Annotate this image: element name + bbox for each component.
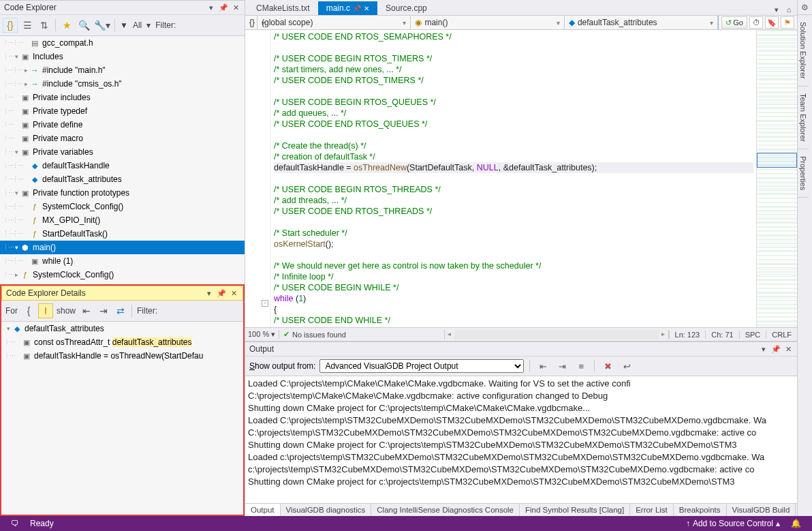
tree-item[interactable]: ⋮⋯▾▣Private function prototypes xyxy=(0,186,245,200)
output-toolbar: Show output from: Advanced VisualGDB Pro… xyxy=(245,356,797,376)
nav-scope-icon[interactable]: {} xyxy=(245,16,257,29)
tree-item[interactable]: ⋮⋯▾⬢main() xyxy=(0,241,245,254)
close-icon[interactable]: ✕ xyxy=(231,3,240,12)
indent-right-icon[interactable]: ⇥ xyxy=(96,303,111,318)
dropdown-icon[interactable]: ▾ xyxy=(204,288,214,298)
dropdown-icon[interactable]: ▾ xyxy=(759,344,768,354)
tree-item[interactable]: ⋮⋯⋮⋯▸→#include "main.h" xyxy=(0,63,245,77)
gear-icon[interactable]: ⚙ xyxy=(798,0,812,15)
group-by-icon[interactable]: {} xyxy=(3,18,18,33)
align-left-icon[interactable]: ≡ xyxy=(574,359,589,374)
minimap[interactable] xyxy=(756,30,797,327)
details-tree[interactable]: ▾◆defaultTask_attributes⋮⋯▣const osThrea… xyxy=(1,322,243,515)
tool-window-tab[interactable]: Properties xyxy=(798,149,809,198)
filter-input[interactable] xyxy=(179,19,234,31)
code-editor[interactable]: − /* USER CODE END RTOS_SEMAPHORES */ /*… xyxy=(245,30,797,327)
issues-status[interactable]: ✔No issues found xyxy=(279,330,444,339)
tree-item[interactable]: ⋮⋯▣Private typedef xyxy=(0,104,245,118)
go-button[interactable]: ↺Go xyxy=(721,16,747,29)
tree-item[interactable]: ⋮⋯⋮⋯◆defaultTask_attributes xyxy=(0,172,245,186)
nav-bar: {} (global scope) ◉main() ◆defaultTask_a… xyxy=(245,15,797,30)
output-tab[interactable]: Clang IntelliSense Diagnostics Console xyxy=(371,504,520,516)
details-filter-input[interactable] xyxy=(161,305,215,317)
tree-item[interactable]: ⋮⋯▣const osThreadAttr_t defaultTask_attr… xyxy=(1,335,243,349)
indent-mode[interactable]: SPC xyxy=(739,331,766,339)
search-icon[interactable]: 🔍 xyxy=(76,18,91,33)
tree-item[interactable]: ⋮⋯▾▣Private variables xyxy=(0,145,245,159)
tree-item[interactable]: ⋮⋯▸ƒSystemClock_Config() xyxy=(0,268,245,282)
tree-item[interactable]: ⋮⋯⋮⋯▣while (1) xyxy=(0,254,245,268)
pin-icon[interactable]: 📌 xyxy=(219,3,228,12)
feedback-icon[interactable]: 🗨 xyxy=(5,519,25,528)
tool-window-tab[interactable]: Solution Explorer xyxy=(798,15,809,87)
tree-item[interactable]: ⋮⋯⋮⋯◆defaultTaskHandle xyxy=(0,159,245,172)
code-explorer-title: Code Explorer ▾ 📌 ✕ xyxy=(0,0,245,15)
tree-item[interactable]: ⋮⋯▣Private includes xyxy=(0,91,245,104)
output-tab[interactable]: VisualGDB diagnostics xyxy=(281,504,372,516)
output-tab[interactable]: Breakpoints xyxy=(674,504,727,516)
details-for-label: For xyxy=(4,306,19,316)
tree-item[interactable]: ⋮⋯▣Private macro xyxy=(0,132,245,145)
details-title: Code Explorer Details ▾ 📌 ✕ xyxy=(1,286,243,301)
notifications-icon[interactable]: 🔔 xyxy=(785,519,807,528)
tree-item[interactable]: ▾◆defaultTask_attributes xyxy=(1,322,243,335)
tree-item[interactable]: ⋮⋯▣Private define xyxy=(0,118,245,132)
dropdown-icon[interactable]: ▾ xyxy=(206,3,216,12)
sort-icon[interactable]: ⇅ xyxy=(37,18,52,33)
text-cursor-icon[interactable]: I xyxy=(38,303,53,318)
filter-all-label[interactable]: All xyxy=(131,20,143,30)
cursor-char[interactable]: Ch: 71 xyxy=(705,331,738,339)
details-show-label: show xyxy=(55,306,77,316)
wrench-icon[interactable]: 🔧▾ xyxy=(93,18,111,33)
list-icon[interactable]: ☰ xyxy=(20,18,35,33)
tool-window-tab[interactable]: Team Explorer xyxy=(798,87,809,149)
toggle-wrap-icon[interactable]: ↩ xyxy=(619,359,634,374)
document-tab[interactable]: main.c📌✕ xyxy=(318,1,377,15)
output-source-select[interactable]: Advanced VisualGDB Project Output xyxy=(319,359,524,373)
tree-item[interactable]: ⋮⋯▾▣Includes xyxy=(0,50,245,63)
tab-overflow-icon[interactable]: ▾ xyxy=(771,4,782,15)
output-tab[interactable]: Output xyxy=(245,504,281,516)
add-source-control[interactable]: ↑ Add to Source Control ▴ xyxy=(681,519,785,528)
close-icon[interactable]: ✕ xyxy=(783,344,793,354)
flag-icon[interactable]: ⚑ xyxy=(781,16,794,29)
pin-icon[interactable]: 📌 xyxy=(771,344,781,354)
output-title-text: Output xyxy=(249,344,274,354)
output-text[interactable]: Loaded C:\projects\temp\CMake\CMake\CMak… xyxy=(245,376,797,503)
history-back-icon[interactable]: ⏱ xyxy=(749,16,763,29)
horizontal-scrollbar[interactable] xyxy=(444,330,669,339)
editor-status-bar: 100 % ▾ ✔No issues found Ln: 123 Ch: 71 … xyxy=(245,327,797,341)
nav-go-group: ↺Go ⏱ 🔖 ⚑ xyxy=(718,16,797,29)
tree-item[interactable]: ⋮⋯⋮⋯ƒMX_GPIO_Init() xyxy=(0,213,245,227)
output-tab[interactable]: Error List xyxy=(630,504,674,516)
bookmark-icon[interactable]: 🔖 xyxy=(765,16,779,29)
code-explorer-tree[interactable]: ⋮⋯⋮⋯▤gcc_compat.h⋮⋯▾▣Includes⋮⋯⋮⋯▸→#incl… xyxy=(0,36,245,284)
indent-right-icon[interactable]: ⇥ xyxy=(555,359,569,374)
tree-item[interactable]: ⋮⋯⋮⋯▤gcc_compat.h xyxy=(0,36,245,50)
swap-icon[interactable]: ⇄ xyxy=(113,303,128,318)
tree-item[interactable]: ⋮⋯⋮⋯ƒSystemClock_Config() xyxy=(0,200,245,213)
cursor-line[interactable]: Ln: 123 xyxy=(669,331,706,339)
brace-icon[interactable]: { xyxy=(21,303,36,318)
line-ending[interactable]: CRLF xyxy=(766,331,797,339)
tree-item[interactable]: ⋮⋯▣defaultTaskHandle = osThreadNew(Start… xyxy=(1,349,243,363)
tree-item[interactable]: ⋮⋯⋮⋯ƒStartDefaultTask() xyxy=(0,227,245,241)
clear-icon[interactable]: ✖ xyxy=(600,359,615,374)
nav-scope-combo[interactable]: (global scope) xyxy=(257,16,411,29)
output-title: Output ▾ 📌 ✕ xyxy=(245,342,797,356)
tree-item[interactable]: ⋮⋯⋮⋯▸→#include "cmsis_os.h" xyxy=(0,77,245,91)
filter-funnel-icon[interactable]: ▼ xyxy=(119,20,129,30)
star-icon[interactable]: ★ xyxy=(59,18,74,33)
zoom-level[interactable]: 100 % ▾ xyxy=(245,330,279,339)
close-icon[interactable]: ✕ xyxy=(229,288,238,298)
nav-symbol-combo[interactable]: ◆defaultTask_attributes xyxy=(565,16,718,29)
document-tab[interactable]: Source.cpp xyxy=(377,1,435,15)
indent-left-icon[interactable]: ⇤ xyxy=(535,359,550,374)
document-tab[interactable]: CMakeLists.txt xyxy=(248,1,318,15)
output-tab[interactable]: Find Symbol Results [Clang] xyxy=(520,504,630,516)
pin-icon[interactable]: 📌 xyxy=(217,288,226,298)
tab-home-icon[interactable]: ⌂ xyxy=(783,4,794,15)
nav-func-combo[interactable]: ◉main() xyxy=(411,16,564,29)
indent-left-icon[interactable]: ⇤ xyxy=(79,303,94,318)
output-tab[interactable]: VisualGDB Build xyxy=(727,504,796,516)
